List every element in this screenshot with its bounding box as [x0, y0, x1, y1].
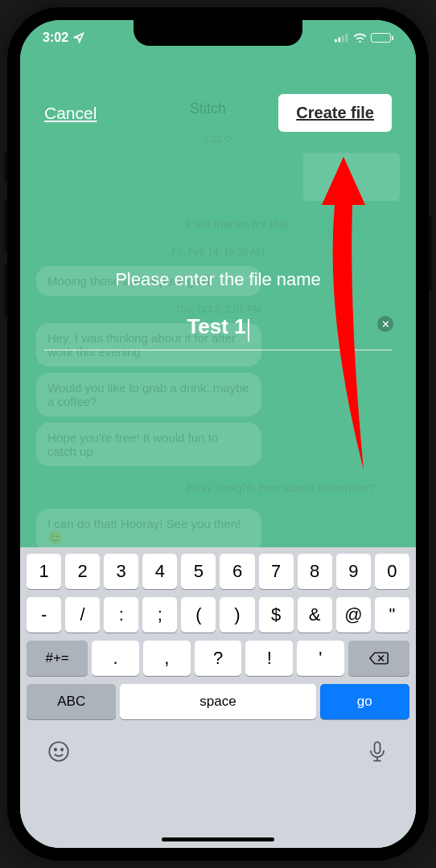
filename-value: Test 1	[187, 314, 245, 339]
key-question[interactable]: ?	[195, 641, 242, 676]
svg-point-4	[49, 742, 68, 760]
key-comma[interactable]: ,	[143, 641, 191, 676]
svg-point-6	[61, 749, 63, 751]
keyboard-row-3: #+= . , ? ! '	[23, 641, 413, 676]
key-backspace[interactable]	[348, 641, 409, 676]
key-9[interactable]: 9	[336, 554, 371, 589]
screen: 3:02 ‹ Stitch Edit 3:02 ⟳ Paul thanks fo…	[20, 20, 416, 848]
key-symbols[interactable]: #+=	[27, 641, 88, 676]
emoji-icon[interactable]	[47, 740, 70, 763]
volume-up-button	[4, 200, 7, 252]
key-dollar[interactable]: $	[259, 597, 294, 633]
key-2[interactable]: 2	[65, 554, 100, 589]
key-go[interactable]: go	[320, 684, 409, 719]
keyboard-row-4: ABC space go	[23, 684, 413, 719]
key-semicolon[interactable]: ;	[142, 597, 177, 633]
key-apostrophe[interactable]: '	[297, 641, 344, 676]
key-lparen[interactable]: (	[181, 597, 216, 633]
svg-point-5	[55, 749, 56, 751]
key-4[interactable]: 4	[142, 554, 177, 589]
dictation-icon[interactable]	[366, 740, 389, 763]
filename-prompt-label: Please enter the file name	[44, 269, 392, 290]
key-7[interactable]: 7	[259, 554, 294, 589]
filename-input[interactable]: Test 1 ✕	[44, 314, 392, 350]
text-cursor	[248, 319, 249, 342]
svg-rect-3	[346, 34, 348, 43]
volume-down-button	[4, 264, 7, 316]
key-amp[interactable]: &	[298, 597, 332, 633]
location-arrow-icon	[73, 32, 84, 43]
battery-icon	[371, 33, 393, 43]
key-1[interactable]: 1	[27, 554, 61, 589]
key-5[interactable]: 5	[181, 554, 216, 589]
keyboard: 1 2 3 4 5 6 7 8 9 0 - / : ; ( )	[20, 547, 416, 848]
key-at[interactable]: @	[336, 597, 371, 633]
key-dash[interactable]: -	[27, 597, 61, 633]
svg-rect-7	[375, 742, 380, 753]
key-8[interactable]: 8	[298, 554, 332, 589]
keyboard-row-2: - / : ; ( ) $ & @ "	[23, 597, 413, 633]
svg-rect-1	[339, 38, 341, 43]
key-abc[interactable]: ABC	[27, 684, 116, 719]
phone-frame: 3:02 ‹ Stitch Edit 3:02 ⟳ Paul thanks fo…	[7, 7, 429, 861]
keyboard-row-1: 1 2 3 4 5 6 7 8 9 0	[23, 554, 413, 589]
status-time: 3:02	[43, 31, 68, 45]
key-0[interactable]: 0	[375, 554, 409, 589]
power-button	[429, 216, 432, 290]
notch	[134, 20, 302, 46]
key-exclaim[interactable]: !	[245, 641, 293, 676]
clear-input-icon[interactable]: ✕	[377, 316, 393, 332]
side-button	[4, 152, 7, 181]
wifi-icon	[353, 33, 367, 43]
key-space[interactable]: space	[120, 684, 315, 719]
key-period[interactable]: .	[92, 641, 139, 676]
key-colon[interactable]: :	[104, 597, 138, 633]
key-6[interactable]: 6	[220, 554, 254, 589]
svg-rect-0	[335, 39, 337, 43]
svg-rect-2	[342, 35, 344, 42]
key-3[interactable]: 3	[104, 554, 138, 589]
create-file-button[interactable]: Create file	[278, 94, 392, 132]
key-slash[interactable]: /	[65, 597, 100, 633]
delete-icon	[369, 651, 389, 665]
cancel-button[interactable]: Cancel	[44, 104, 97, 123]
home-indicator[interactable]	[162, 837, 274, 841]
cell-signal-icon	[335, 33, 349, 43]
key-rparen[interactable]: )	[220, 597, 254, 633]
key-quote[interactable]: "	[375, 597, 409, 633]
